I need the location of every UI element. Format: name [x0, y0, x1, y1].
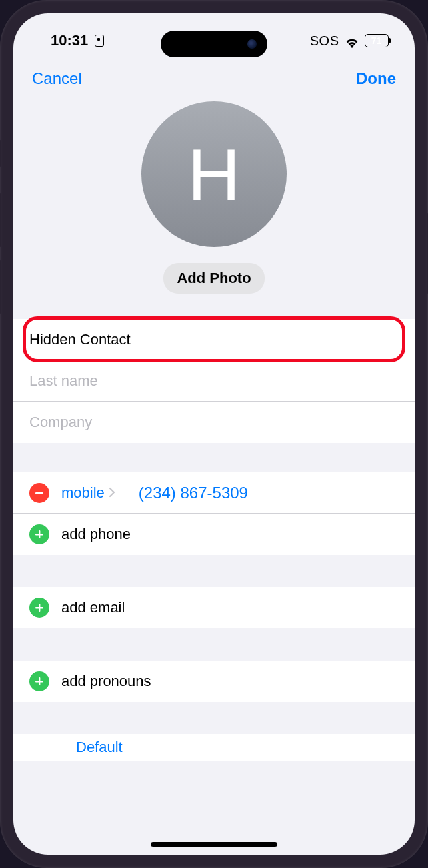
volume-up: [0, 193, 1, 247]
remove-phone-button[interactable]: [29, 483, 49, 503]
phone-type-label[interactable]: mobile: [61, 484, 105, 502]
tone-row[interactable]: Default: [13, 734, 415, 761]
add-email-label: add email: [61, 599, 125, 616]
add-pronouns-button[interactable]: [29, 671, 49, 691]
done-button[interactable]: Done: [356, 69, 396, 88]
first-name-row[interactable]: [13, 319, 415, 360]
first-name-input[interactable]: [29, 331, 399, 348]
status-time: 10:31: [51, 32, 88, 49]
svg-rect-4: [35, 607, 43, 608]
phone-section: mobile (234) 867-5309 add phone: [13, 472, 415, 555]
last-name-row[interactable]: [13, 360, 415, 402]
avatar-initial: H: [187, 132, 240, 217]
sos-indicator: SOS: [310, 33, 339, 49]
chevron-right-icon: [109, 484, 115, 502]
home-indicator[interactable]: [151, 842, 277, 847]
contact-avatar[interactable]: H: [141, 101, 287, 247]
email-section: add email: [13, 587, 415, 628]
screen: 10:31 SOS 71 Cancel Done: [13, 13, 415, 855]
phone-number-value[interactable]: (234) 867-5309: [139, 484, 248, 502]
company-row[interactable]: [13, 402, 415, 443]
pronouns-section: add pronouns: [13, 661, 415, 702]
svg-rect-0: [35, 492, 43, 494]
svg-rect-6: [35, 681, 43, 682]
add-pronouns-label: add pronouns: [61, 673, 151, 690]
last-name-input[interactable]: [29, 372, 399, 390]
nav-header: Cancel Done: [13, 56, 415, 91]
add-email-row[interactable]: add email: [13, 587, 415, 628]
divider: [125, 478, 125, 508]
sim-icon: [95, 35, 104, 47]
add-photo-button[interactable]: Add Photo: [163, 263, 264, 294]
dynamic-island: [161, 31, 267, 57]
avatar-section: H Add Photo: [13, 91, 415, 306]
wifi-icon: [345, 35, 359, 47]
svg-rect-2: [35, 534, 43, 535]
cancel-button[interactable]: Cancel: [32, 69, 82, 88]
add-pronouns-row[interactable]: add pronouns: [13, 661, 415, 702]
add-phone-label: add phone: [61, 526, 131, 543]
add-email-button[interactable]: [29, 598, 49, 618]
battery-level: 71: [371, 35, 382, 46]
tone-section: Default: [13, 734, 415, 761]
company-input[interactable]: [29, 414, 399, 431]
tone-default: Default: [76, 739, 123, 756]
silence-switch: [0, 140, 1, 167]
add-phone-row[interactable]: add phone: [13, 514, 415, 555]
add-phone-button[interactable]: [29, 524, 49, 544]
name-section: [13, 319, 415, 443]
phone-entry-row[interactable]: mobile (234) 867-5309: [13, 472, 415, 514]
battery-indicator: 71: [365, 34, 391, 47]
front-camera: [247, 39, 257, 49]
phone-frame: 10:31 SOS 71 Cancel Done: [0, 0, 428, 868]
volume-down: [0, 260, 1, 314]
